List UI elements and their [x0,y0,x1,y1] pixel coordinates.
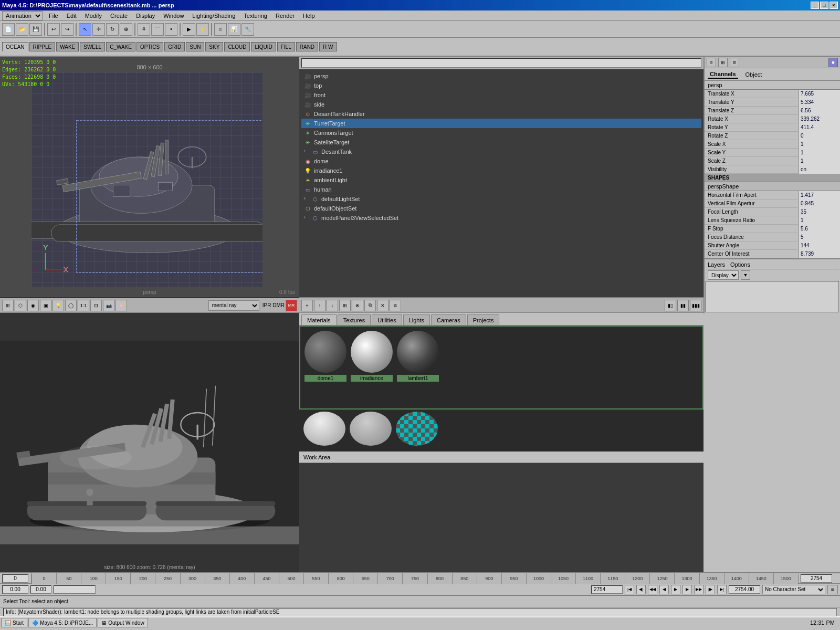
hs-btn-create[interactable]: + [301,300,313,311]
hs-btn-rearrange[interactable]: ⊞ [339,300,351,311]
toolbar-rotate[interactable]: ↻ [106,23,119,36]
hs-tab-utilities[interactable]: Utilities [372,314,402,325]
channel-value-visibility[interactable]: on [798,165,840,174]
play-btn-play[interactable]: ▶ [671,585,680,594]
channel-scroll[interactable]: Translate X 7.665 Translate Y 5.334 Tran… [705,90,840,258]
hs-btn-resize2[interactable]: ▮▮ [677,300,689,311]
material-ball-r2-1[interactable] [350,412,392,446]
menu-display[interactable]: Display [134,12,157,19]
charset-select[interactable]: No Character Set [762,585,825,594]
display-select[interactable]: Display [708,270,739,280]
vp-btn-light[interactable]: 💡 [52,300,64,311]
hs-btn-resize1[interactable]: ▮▯ [665,300,676,311]
vp-btn-panels[interactable]: ⊞ [2,300,14,311]
vp-btn-textured[interactable]: ▣ [40,300,51,311]
timeline-ruler[interactable]: 0 50 100 150 200 250 300 350 400 450 500… [32,573,798,584]
channel-header-tab-object[interactable]: Object [743,71,764,78]
channel-value-vfa[interactable]: 0.945 [798,200,840,208]
material-ball-r2-2[interactable] [396,412,438,446]
material-ball-lambert1[interactable]: lambert1 [397,331,439,382]
layers-content[interactable] [706,281,839,312]
channel-value-rotatez[interactable]: 0 [798,132,840,140]
hypershade-row2[interactable] [299,410,704,452]
toolbar-ipr[interactable]: ⚡ [196,23,209,36]
channel-value-focusdist[interactable]: 5 [798,233,840,242]
material-ball-dome1[interactable]: dome1 [304,331,346,382]
shelf-tab-sun[interactable]: SUN [186,42,204,51]
hypershade-content[interactable]: dome1 irradiance lambert1 [299,326,704,410]
playback-end-frame-input[interactable] [729,585,760,594]
vp-btn-shaded[interactable]: ◉ [27,300,39,311]
shelf-tab-optics[interactable]: OPTICS [136,42,163,51]
tank-viewport-inner[interactable]: X Y [32,72,262,287]
hs-tab-textures[interactable]: Textures [338,314,371,325]
channel-value-shutterangle[interactable]: 144 [798,242,840,250]
outliner-item-cannonstarget[interactable]: ✳ CannonsTarget [301,128,701,138]
menu-file[interactable]: File [47,12,60,19]
outliner-item-satelitetarget[interactable]: ✳ SateliteTarget [301,138,701,147]
channel-value-rotatex[interactable]: 339.262 [798,115,840,123]
vp-btn-11[interactable]: 1:1 [78,300,89,311]
toolbar-channel-box[interactable]: 📊 [228,23,240,36]
toolbar-snap-grid[interactable]: # [138,23,150,36]
hs-btn-clear[interactable]: ⊗ [352,300,363,311]
menu-window[interactable]: Window [161,12,186,19]
play-btn-prev-frame[interactable]: ◀ [659,585,669,594]
shelf-tab-swell[interactable]: SWELL [80,42,105,51]
channel-value-hfa[interactable]: 1.417 [798,191,840,200]
expand-icon-modelpanel3[interactable]: + [303,215,310,221]
play-btn-first[interactable]: |◀ [625,585,634,594]
playback-options-btn[interactable]: ≡ [827,585,838,594]
toolbar-new[interactable]: 📄 [2,23,15,36]
shelf-tab-rand[interactable]: RAND [296,42,318,51]
render-viewport[interactable]: size: 800 600 zoom: 0.726 (mental ray) [0,313,299,572]
menu-edit[interactable]: Edit [65,12,79,19]
shelf-tab-fill[interactable]: FILL [277,42,295,51]
timeline-start-input[interactable] [2,574,28,583]
play-btn-last[interactable]: ▶| [717,585,727,594]
play-btn-next-frame[interactable]: ▶ [682,585,692,594]
taskbar-start-btn[interactable]: 🪟 Start [1,618,27,627]
menu-modify[interactable]: Modify [83,12,104,19]
shelf-tab-cloud[interactable]: CLOUD [224,42,250,51]
play-btn-prev-key[interactable]: ◀| [636,585,646,594]
toolbar-move[interactable]: ✛ [92,23,105,36]
hs-btn-graph[interactable]: ≋ [390,300,401,311]
hs-tab-materials[interactable]: Materials [301,314,337,325]
vp-btn-wire[interactable]: ⬡ [15,300,26,311]
toolbar-render[interactable]: ▶ [183,23,195,36]
shelf-tab-ripple[interactable]: RIPPLE [29,42,56,51]
playback-start-input[interactable] [2,585,28,594]
maximize-button[interactable]: □ [820,2,828,9]
menu-lighting[interactable]: Lighting/Shading [190,12,237,19]
outliner-item-human[interactable]: ▭ human [301,185,701,194]
hs-btn-showdown[interactable]: ↓ [327,300,338,311]
cb-icon-graph[interactable]: ≋ [730,58,739,67]
expand-icon-desanttank[interactable]: + [303,149,310,155]
play-btn-fwd[interactable]: ▶▶ [694,585,704,594]
menu-texturing[interactable]: Texturing [242,12,269,19]
vp-btn-objects[interactable]: ◯ [65,300,77,311]
shelf-tab-sky[interactable]: SKY [205,42,223,51]
channel-value-rotatey[interactable]: 411.4 [798,123,840,132]
channel-value-scaley[interactable]: 1 [798,149,840,157]
outliner-item-turrettarget[interactable]: ✳ TurretTarget [301,119,701,128]
shelf-tab-cwake[interactable]: C_WAKE [106,42,135,51]
channel-value-centerofinterest[interactable]: 8.739 [798,250,840,258]
outliner-item-persp[interactable]: 🎥 persp [301,71,701,81]
cb-icon-active[interactable]: ■ [828,58,838,67]
vp-btn-ipr-icon[interactable]: ⚡ [116,300,127,311]
toolbar-attr-editor[interactable]: ≡ [214,23,227,36]
material-ball-r2-0[interactable] [303,412,345,446]
taskbar-output-window-btn[interactable]: 🖥 Output Window [98,618,148,627]
play-btn-next-key[interactable]: |▶ [706,585,715,594]
minimize-button[interactable]: _ [811,2,819,9]
outliner-item-defaultlightset[interactable]: + ⬡ defaultLightSet [301,194,701,204]
outliner-item-desanttankhandler[interactable]: ⊙ DesantTankHandler [301,109,701,119]
outliner-search[interactable] [301,58,701,68]
vp-btn-mr[interactable]: MR [286,300,297,311]
outliner-item-dome[interactable]: ◉ dome [301,156,701,166]
hs-tab-lights[interactable]: Lights [403,314,430,325]
play-btn-back[interactable]: ◀◀ [648,585,657,594]
work-area-content[interactable] [299,463,704,572]
